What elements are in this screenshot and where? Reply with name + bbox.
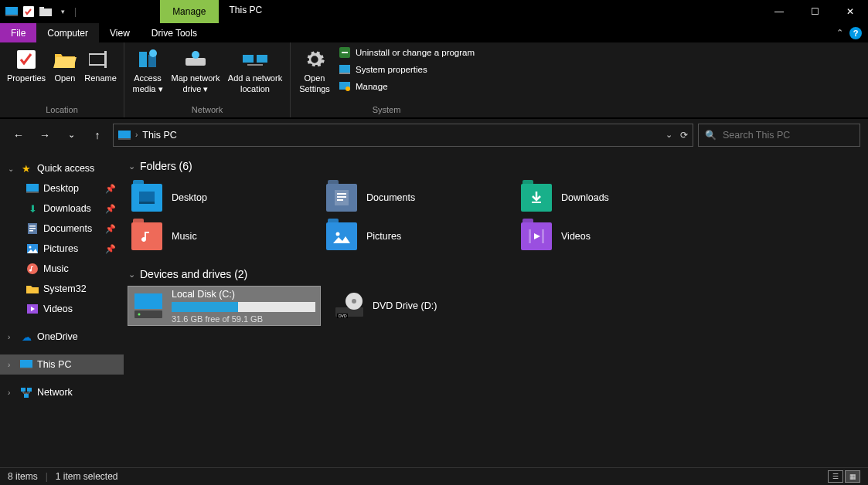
chevron-right-icon[interactable]: › [8,388,15,397]
tree-this-pc[interactable]: › This PC [0,354,124,375]
close-button[interactable]: ✕ [832,0,868,23]
ribbon-uninstall-label: Uninstall or change a program [356,48,475,57]
tree-documents[interactable]: Documents 📌 [0,219,124,239]
ribbon-group-location: Properties Open Rename Location [0,42,124,117]
chevron-down-icon[interactable]: ⌄ [8,164,15,173]
svg-point-51 [138,314,141,316]
svg-rect-25 [26,192,39,193]
ribbon-add-location-button[interactable]: Add a network location [225,44,285,95]
address-bar[interactable]: › This PC ⌄ ⟳ [113,124,693,147]
tree-label: This PC [37,359,71,370]
qat-properties-icon[interactable] [22,5,36,19]
tree-network[interactable]: › Network [0,382,124,402]
search-icon: 🔍 [705,130,717,141]
hard-drive-icon [133,290,164,321]
system-properties-icon [339,63,351,76]
svg-point-46 [336,232,340,236]
this-pc-icon [20,358,32,371]
tree-label: Network [37,387,73,398]
tab-drive-tools[interactable]: Drive Tools [141,23,208,42]
ribbon-access-media-button[interactable]: Access media ▾ [129,44,166,95]
tab-computer[interactable]: Computer [36,23,99,42]
help-icon[interactable]: ? [849,27,862,39]
ribbon-system-properties-button[interactable]: System properties [335,63,478,76]
qat-folder-icon[interactable] [39,5,53,19]
content-pane: ⌄ Folders (6) Desktop Documents Download… [124,151,868,467]
search-box[interactable]: 🔍 [698,124,860,147]
drive-dvd-d[interactable]: DVD DVD Drive (D:) [329,287,521,325]
ribbon-properties-button[interactable]: Properties [5,44,48,84]
chevron-down-icon: ⌄ [128,270,135,280]
section-folders-title: Folders (6) [140,160,192,172]
ribbon-uninstall-button[interactable]: Uninstall or change a program [335,46,478,59]
minimize-button[interactable]: — [761,0,797,23]
tree-downloads[interactable]: ⬇ Downloads 📌 [0,198,124,219]
ribbon-map-drive-label: Map network drive ▾ [168,73,223,95]
ribbon-open-settings-button[interactable]: Open Settings [295,44,334,95]
nav-up-button[interactable]: ↑ [87,124,108,146]
ribbon-group-system: Open Settings Uninstall or change a prog… [291,42,482,117]
qat-dropdown-icon[interactable]: ▾ [56,5,70,19]
folder-music[interactable]: Music [128,217,323,256]
pin-icon: 📌 [105,244,116,254]
breadcrumb-chevron-icon[interactable]: › [135,131,138,139]
folder-documents[interactable]: Documents [323,178,518,217]
ribbon-manage-button[interactable]: Manage [335,80,478,93]
view-details-button[interactable]: ☰ [828,470,843,483]
ribbon-properties-label: Properties [7,73,46,84]
svg-rect-24 [26,184,39,192]
ribbon-tabs: File Computer View Drive Tools ⌃ ? [0,23,868,42]
ribbon-open-button[interactable]: Open [49,44,80,84]
svg-rect-18 [339,65,350,73]
tree-desktop[interactable]: Desktop 📌 [0,178,124,198]
drive-local-disk-c[interactable]: Local Disk (C:) 31.6 GB free of 59.1 GB [128,287,320,325]
svg-rect-6 [89,54,106,65]
ribbon-group-network: Access media ▾ Map network drive ▾ Add a… [124,42,291,117]
tree-label: System32 [43,283,87,294]
gear-icon [302,47,327,72]
tab-view[interactable]: View [99,23,141,42]
network-icon [20,386,32,399]
folder-desktop[interactable]: Desktop [128,178,323,217]
contextual-tab-manage[interactable]: Manage [160,0,218,23]
tree-videos[interactable]: Videos [0,299,124,319]
address-dropdown-icon[interactable]: ⌄ [665,130,672,140]
svg-rect-4 [39,7,44,9]
svg-rect-27 [29,226,36,227]
qat-separator: | [74,6,77,17]
manage-icon [339,80,351,93]
view-large-icons-button[interactable]: ▦ [845,470,860,483]
tree-onedrive[interactable]: › ☁ OneDrive [0,327,124,347]
folder-label: Documents [366,192,415,203]
nav-recent-dropdown[interactable]: ⌄ [60,124,82,146]
chevron-right-icon[interactable]: › [8,333,15,341]
ribbon-map-drive-button[interactable]: Map network drive ▾ [168,44,223,95]
chevron-right-icon[interactable]: › [8,361,15,369]
svg-point-10 [149,49,157,57]
breadcrumb-this-pc[interactable]: This PC [142,130,176,141]
titlebar-drag-region[interactable] [273,0,761,23]
refresh-icon[interactable]: ⟳ [680,130,688,141]
folder-pictures[interactable]: Pictures [323,217,518,256]
folder-videos[interactable]: Videos [518,217,713,256]
nav-back-button[interactable]: ← [8,124,29,146]
ribbon-open-settings-label: Open Settings [295,73,334,95]
section-folders-header[interactable]: ⌄ Folders (6) [127,158,865,178]
tree-quick-access[interactable]: ⌄ ★ Quick access [0,158,124,178]
tree-music[interactable]: Music [0,259,124,279]
nav-forward-button[interactable]: → [34,124,56,146]
maximize-button[interactable]: ☐ [797,0,832,23]
tree-pictures[interactable]: Pictures 📌 [0,239,124,259]
desktop-icon [26,182,39,195]
desktop-folder-icon [131,184,162,212]
tree-system32[interactable]: System32 [0,279,124,299]
section-drives-header[interactable]: ⌄ Devices and drives (2) [127,266,865,287]
dvd-drive-icon: DVD [334,290,365,321]
folder-downloads[interactable]: Downloads [518,178,713,217]
ribbon-rename-button[interactable]: Rename [82,44,119,84]
search-input[interactable] [723,130,853,141]
tree-label: Downloads [43,203,91,214]
collapse-ribbon-icon[interactable]: ⌃ [836,28,843,38]
tab-file[interactable]: File [0,23,36,42]
svg-rect-49 [134,293,162,309]
